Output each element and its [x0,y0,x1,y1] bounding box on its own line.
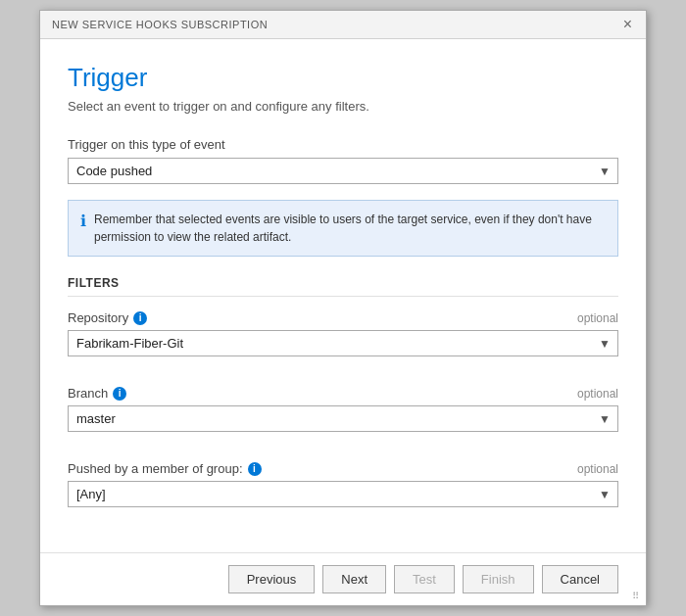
event-section-label: Trigger on this type of event [68,137,618,152]
repository-optional: optional [577,311,618,325]
repository-info-icon[interactable]: i [133,311,147,325]
pushed-by-label-row: Pushed by a member of group: i optional [68,461,618,476]
repository-label: Repository i [68,310,147,325]
branch-label: Branch i [68,386,126,401]
info-text: Remember that selected events are visibl… [94,211,606,246]
pushed-by-label-text: Pushed by a member of group: [68,461,243,476]
branch-filter-row: Branch i optional master develop main ▼ [68,386,618,448]
finish-button[interactable]: Finish [463,565,534,593]
repository-select[interactable]: Fabrikam-Fiber-Git Repo2 Repo3 [68,330,618,356]
cancel-button[interactable]: Cancel [542,565,618,593]
dialog-overlay: NEW SERVICE HOOKS SUBSCRIPTION × Trigger… [0,0,686,616]
dialog-titlebar: NEW SERVICE HOOKS SUBSCRIPTION × [40,11,646,39]
info-box: ℹ Remember that selected events are visi… [68,200,618,257]
resize-handle[interactable]: ⠿ [632,592,644,603]
pushed-by-select-wrapper: [Any] Administrators Contributors ▼ [68,481,618,507]
event-type-select[interactable]: Code pushed Build completed Release crea… [68,158,618,184]
dialog: NEW SERVICE HOOKS SUBSCRIPTION × Trigger… [39,10,647,606]
pushed-by-optional: optional [577,462,618,476]
event-type-select-wrapper: Code pushed Build completed Release crea… [68,158,618,184]
branch-select-wrapper: master develop main ▼ [68,405,618,432]
repository-filter-row: Repository i optional Fabrikam-Fiber-Git… [68,310,618,372]
previous-button[interactable]: Previous [228,565,316,593]
pushed-by-select[interactable]: [Any] Administrators Contributors [68,481,618,507]
page-heading: Trigger [68,63,618,93]
close-button[interactable]: × [621,17,634,32]
branch-label-text: Branch [68,386,108,401]
pushed-by-info-icon[interactable]: i [248,462,262,476]
pushed-by-label: Pushed by a member of group: i [68,461,262,476]
branch-info-icon[interactable]: i [113,387,126,401]
branch-optional: optional [577,387,618,401]
page-subtitle: Select an event to trigger on and config… [68,99,618,114]
repository-label-text: Repository [68,310,128,325]
branch-label-row: Branch i optional [68,386,618,401]
next-button[interactable]: Next [322,565,386,593]
branch-select[interactable]: master develop main [68,405,618,432]
dialog-footer: Previous Next Test Finish Cancel [40,552,646,605]
filters-heading: FILTERS [68,276,618,297]
repository-select-wrapper: Fabrikam-Fiber-Git Repo2 Repo3 ▼ [68,330,618,356]
pushed-by-filter-row: Pushed by a member of group: i optional … [68,461,618,523]
repository-label-row: Repository i optional [68,310,618,325]
test-button[interactable]: Test [394,565,455,593]
dialog-title: NEW SERVICE HOOKS SUBSCRIPTION [52,19,268,30]
info-icon: ℹ [80,212,86,230]
dialog-body: Trigger Select an event to trigger on an… [40,39,646,552]
